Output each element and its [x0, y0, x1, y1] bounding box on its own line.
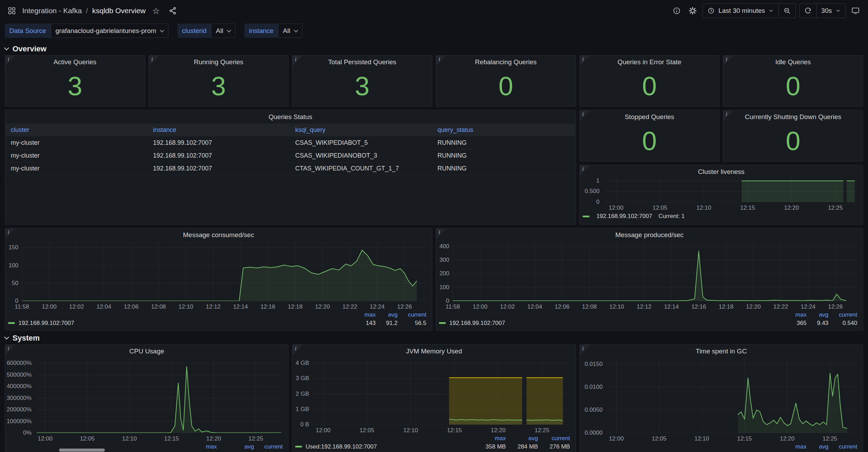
- column-header-ksql_query[interactable]: ksql_query: [290, 124, 433, 136]
- legend-stat-header[interactable]: avg: [376, 311, 398, 319]
- legend-stat-header[interactable]: avg: [506, 434, 538, 443]
- share-icon[interactable]: [167, 5, 179, 17]
- stat-value: 3: [5, 69, 145, 106]
- panel-info-icon[interactable]: [149, 56, 161, 67]
- legend-stat-header[interactable]: current: [828, 311, 857, 319]
- y-axis-tick-label: 200000%: [7, 406, 32, 413]
- panel-title[interactable]: Time spent in GC: [580, 345, 863, 358]
- legend-stat-header[interactable]: current: [538, 434, 570, 443]
- section-overview-toggle[interactable]: Overview: [5, 43, 863, 55]
- variable-datasource-select[interactable]: grafanacloud-gabrielantunes-prom: [51, 24, 168, 38]
- panel-title[interactable]: Rebalancing Queries: [436, 56, 576, 69]
- legend-series-name[interactable]: 192.168.99.102:7007: [596, 213, 652, 220]
- panel-info-icon[interactable]: [292, 56, 304, 67]
- table-row: my-cluster192.168.99.102:7007CTAS_WIKIPE…: [6, 162, 575, 175]
- legend-stat-header[interactable]: avg: [807, 443, 828, 451]
- chart-canvas[interactable]: [606, 359, 857, 433]
- column-header-cluster[interactable]: cluster: [6, 124, 148, 136]
- zoom-out-button[interactable]: [778, 4, 795, 18]
- panel-title[interactable]: Queries in Error State: [580, 56, 719, 69]
- chart-plot-area[interactable]: [606, 359, 857, 433]
- chart-plot-area[interactable]: [312, 359, 570, 425]
- insights-icon[interactable]: [670, 5, 683, 17]
- panel-title[interactable]: Total Persisted Queries: [292, 56, 432, 69]
- legend-stat-header[interactable]: current: [828, 443, 857, 451]
- panel-info-icon[interactable]: [580, 56, 592, 67]
- panel-info-icon[interactable]: [5, 228, 17, 240]
- panel-message-produced: Message produced/sec 0100200300400 11:58…: [436, 228, 863, 330]
- dashboard-body: Overview Active Queries 3 Running Querie…: [0, 43, 868, 452]
- chart-canvas[interactable]: [603, 179, 857, 202]
- x-axis-tick-label: 12:05: [359, 427, 374, 434]
- kiosk-monitor-icon[interactable]: [849, 5, 862, 17]
- breadcrumb-page[interactable]: ksqldb Overview: [92, 7, 145, 15]
- x-axis-tick-label: 12:05: [652, 204, 667, 211]
- panel-info-icon[interactable]: [723, 56, 735, 67]
- panel-title[interactable]: Running Queries: [149, 56, 289, 69]
- panel-info-icon[interactable]: [436, 56, 448, 67]
- chart-plot-area[interactable]: [22, 242, 426, 301]
- panel-title[interactable]: Idle Queries: [723, 56, 863, 69]
- chart-canvas[interactable]: [312, 359, 570, 425]
- variable-clusterid-select[interactable]: All: [211, 24, 235, 38]
- chart-plot-area[interactable]: [453, 242, 857, 301]
- y-axis-tick-label: 500000%: [7, 371, 32, 378]
- section-system-toggle[interactable]: System: [5, 332, 863, 344]
- y-axis-tick-label: 0%: [23, 429, 32, 436]
- zoom-out-icon: [783, 7, 791, 15]
- legend-stat-header[interactable]: current: [254, 443, 283, 451]
- legend-series-name[interactable]: 192.168.99.102:7007: [8, 319, 354, 327]
- legend-stat-header[interactable]: avg: [217, 443, 254, 451]
- legend-stat-value: 91.2: [376, 319, 398, 327]
- panel-title[interactable]: Currently Shutting Down Queries: [723, 110, 863, 124]
- panel-info-icon[interactable]: [436, 228, 448, 240]
- variable-instance-select[interactable]: All: [278, 24, 302, 38]
- panel-title[interactable]: Active Queries: [5, 56, 145, 69]
- scrollbar-thumb[interactable]: [59, 449, 105, 452]
- apps-grid-icon[interactable]: [6, 5, 18, 17]
- chart-plot-area[interactable]: [35, 359, 283, 433]
- legend-stat-header[interactable]: max: [785, 311, 807, 319]
- panel-title[interactable]: Message consumed/sec: [5, 228, 432, 242]
- favorite-star-icon[interactable]: ☆: [150, 5, 162, 17]
- legend-stat-header[interactable]: max: [474, 434, 506, 443]
- column-header-instance[interactable]: instance: [148, 124, 291, 136]
- panel-title[interactable]: Cluster liveness: [580, 165, 863, 178]
- y-axis-tick-label: 400: [440, 243, 449, 250]
- settings-gear-icon[interactable]: [686, 5, 699, 17]
- legend: maxavgcurrent192.168.99.102:700714391.25…: [8, 311, 426, 327]
- panel-info-icon[interactable]: [5, 345, 17, 357]
- table-cell: RUNNING: [433, 149, 575, 162]
- legend-stat-header[interactable]: avg: [807, 311, 828, 319]
- panel-info-icon[interactable]: [580, 110, 592, 122]
- chart-canvas[interactable]: [22, 242, 426, 301]
- legend-stat-header[interactable]: max: [177, 443, 217, 451]
- chart-plot-area[interactable]: [603, 179, 857, 202]
- legend-stat-value: 284 MB: [506, 443, 538, 451]
- panel-info-icon[interactable]: [292, 345, 304, 357]
- table-cell: my-cluster: [6, 162, 148, 175]
- panel-info-icon[interactable]: [580, 165, 592, 177]
- time-range-button[interactable]: Last 30 minutes: [703, 4, 778, 18]
- y-axis-tick-label: 300000%: [7, 395, 32, 402]
- chart-canvas[interactable]: [453, 242, 857, 301]
- panel-title[interactable]: JVM Memory Used: [292, 345, 575, 358]
- panel-title[interactable]: Message produced/sec: [436, 228, 863, 242]
- panel-info-icon[interactable]: [5, 56, 17, 67]
- legend-stat-header[interactable]: max: [354, 311, 376, 319]
- legend-stat-header[interactable]: current: [398, 311, 426, 319]
- legend-stat-header[interactable]: max: [785, 443, 807, 451]
- refresh-button[interactable]: [800, 4, 816, 18]
- refresh-interval-button[interactable]: 30s: [816, 4, 845, 18]
- breadcrumb-folder[interactable]: Integration - Kafka: [22, 7, 82, 15]
- chart-canvas[interactable]: [35, 359, 283, 433]
- legend-series-name[interactable]: Used:192.168.99.102:7007: [295, 443, 474, 451]
- y-axis-tick-label: 100: [440, 284, 449, 291]
- panel-title[interactable]: Queries Status: [5, 110, 576, 124]
- panel-info-icon[interactable]: [580, 345, 592, 357]
- column-header-query_status[interactable]: query_status: [433, 124, 575, 136]
- legend-series-name[interactable]: 192.168.99.102:7007: [439, 319, 785, 327]
- panel-title[interactable]: Stopped Queries: [580, 110, 719, 124]
- panel-title[interactable]: CPU Usage: [5, 345, 288, 358]
- panel-info-icon[interactable]: [723, 110, 735, 122]
